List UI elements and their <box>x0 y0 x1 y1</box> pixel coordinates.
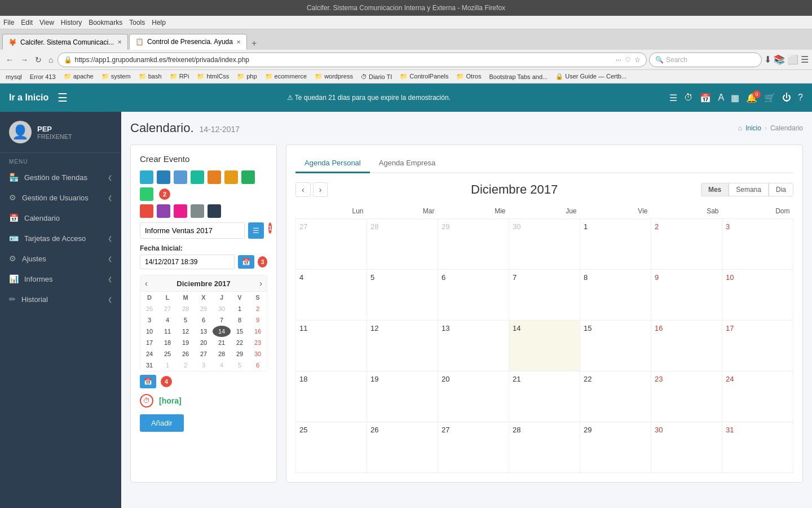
cal-day-cell[interactable]: 4 <box>296 270 367 321</box>
mini-cal-day[interactable]: 2 <box>176 360 195 371</box>
cal-day-cell[interactable]: 9 <box>651 270 722 321</box>
mini-cal-day[interactable]: 26 <box>176 348 195 360</box>
sidebar-item-ajustes[interactable]: ⚙Ajustes ❮ <box>0 248 121 269</box>
mini-cal-day[interactable]: 28 <box>176 303 195 314</box>
mini-cal-day[interactable]: 1 <box>231 303 249 314</box>
color-red[interactable] <box>140 204 153 218</box>
calendar-picker-button[interactable]: 📅 <box>238 255 254 269</box>
back-button[interactable]: ← <box>3 54 16 65</box>
menu-view[interactable]: View <box>39 19 54 27</box>
mini-cal-day[interactable]: 5 <box>176 314 195 326</box>
heart-icon[interactable]: ♡ <box>625 56 631 64</box>
cal-next-button[interactable]: › <box>313 182 328 197</box>
mini-cal-day[interactable]: 3 <box>195 360 213 371</box>
cal-day-cell[interactable]: 28 <box>367 219 438 270</box>
view-semana[interactable]: Semana <box>729 183 769 196</box>
bookmark-php[interactable]: 📁 php <box>235 72 259 81</box>
add-event-button[interactable]: Añadir <box>140 414 184 432</box>
home-link[interactable]: Ir a Inicio <box>9 93 48 103</box>
cal-day-cell[interactable]: 28 <box>509 422 580 473</box>
mini-cal-day[interactable]: 13 <box>195 326 213 337</box>
layout-icon[interactable]: ⬜ <box>787 54 798 65</box>
cal-day-cell[interactable]: 16 <box>651 321 722 371</box>
help-icon[interactable]: ? <box>798 93 803 103</box>
bookmark-mysql[interactable]: mysql <box>3 73 24 81</box>
mini-cal-day[interactable]: 25 <box>158 348 176 360</box>
bookmark-error413[interactable]: Error 413 <box>28 73 58 81</box>
mini-cal-day[interactable]: 27 <box>195 348 213 360</box>
sidebar-item-calendario[interactable]: 📅Calendario <box>0 208 121 228</box>
bookmark-control-panels[interactable]: 📁 ControlPanels <box>398 72 451 81</box>
tab-agenda-empresa[interactable]: Agenda Empresa <box>370 154 444 173</box>
bookmark-apache[interactable]: 📁 apache <box>61 72 96 81</box>
mini-cal-day[interactable]: 14 <box>213 326 231 337</box>
tab-close-1[interactable]: ✕ <box>117 39 122 45</box>
color-yellow[interactable] <box>224 170 238 184</box>
cal-day-cell[interactable]: 5 <box>367 270 438 321</box>
cal-day-cell[interactable]: 18 <box>296 371 367 422</box>
step4-calendar-button[interactable]: 📅 <box>140 375 156 388</box>
mini-cal-day[interactable]: 11 <box>158 326 176 337</box>
download-icon[interactable]: ⬇ <box>764 54 771 65</box>
mini-cal-day[interactable]: 10 <box>140 326 158 337</box>
home-button[interactable]: ⌂ <box>46 54 55 65</box>
bell-icon[interactable]: 🔔0 <box>746 93 757 103</box>
bookmark-system[interactable]: 📁 system <box>99 72 133 81</box>
bookmark-rpi[interactable]: 📁 RPi <box>167 72 192 81</box>
calendar-top-icon[interactable]: 📅 <box>700 93 711 103</box>
breadcrumb-home[interactable]: Inicio <box>745 124 761 132</box>
mini-cal-day[interactable]: 12 <box>176 326 195 337</box>
mini-cal-day[interactable]: 27 <box>158 303 176 314</box>
mini-cal-day[interactable]: 2 <box>249 303 267 314</box>
cart-icon[interactable]: 🛒 <box>764 93 775 103</box>
bookmark-wordpress[interactable]: 📁 wordpress <box>312 72 355 81</box>
cal-day-cell[interactable]: 27 <box>438 422 509 473</box>
cal-day-cell[interactable]: 6 <box>438 270 509 321</box>
mini-cal-day[interactable]: 6 <box>249 360 267 371</box>
date-input[interactable] <box>140 255 235 269</box>
cal-prev-button[interactable]: ‹ <box>295 182 311 197</box>
font-icon[interactable]: A <box>718 93 724 103</box>
mini-cal-day[interactable]: 17 <box>140 337 158 348</box>
mini-cal-day[interactable]: 30 <box>213 303 231 314</box>
cal-day-cell[interactable]: 25 <box>296 422 367 473</box>
url-bar[interactable]: 🔒 https://app1.grupodunamkd.es/freixenet… <box>58 52 647 67</box>
reload-button[interactable]: ↻ <box>33 54 44 65</box>
mini-cal-day[interactable]: 8 <box>231 314 249 326</box>
cal-day-cell[interactable]: 23 <box>651 371 722 422</box>
mini-cal-day[interactable]: 29 <box>195 303 213 314</box>
view-dia[interactable]: Dia <box>769 183 793 196</box>
mini-cal-day[interactable]: 9 <box>249 314 267 326</box>
mini-cal-day[interactable]: 7 <box>213 314 231 326</box>
cal-day-cell[interactable]: 15 <box>580 321 651 371</box>
cal-day-cell[interactable]: 20 <box>438 371 509 422</box>
mini-cal-next[interactable]: › <box>259 279 262 288</box>
cal-day-cell[interactable]: 13 <box>438 321 509 371</box>
bookmark-ecommerce[interactable]: 📁 ecommerce <box>263 72 310 81</box>
bookmark-diario-ti[interactable]: ⏱ Diario TI <box>359 73 394 81</box>
menu-tools[interactable]: Tools <box>129 19 145 27</box>
color-green[interactable] <box>241 170 255 184</box>
cal-day-cell[interactable]: 24 <box>722 371 793 422</box>
cal-day-cell[interactable]: 8 <box>580 270 651 321</box>
menu-help[interactable]: Help <box>152 19 166 27</box>
color-blue[interactable] <box>157 170 170 184</box>
color-lime[interactable] <box>140 187 153 201</box>
color-cyan[interactable] <box>140 170 153 184</box>
cal-day-cell[interactable]: 7 <box>509 270 580 321</box>
mini-cal-prev[interactable]: ‹ <box>145 279 148 288</box>
cal-day-cell[interactable]: 22 <box>580 371 651 422</box>
list-icon[interactable]: ☰ <box>669 93 677 103</box>
sidebar-item-historial[interactable]: ✏Historial ❮ <box>0 289 121 309</box>
tab-control-presencia[interactable]: 📋 Control de Presencia. Ayuda ✕ <box>129 34 247 50</box>
cal-day-cell[interactable]: 10 <box>722 270 793 321</box>
cal-day-cell[interactable]: 12 <box>367 321 438 371</box>
color-teal[interactable] <box>191 170 204 184</box>
menu-edit[interactable]: Edit <box>21 19 33 27</box>
bookmarks-icon[interactable]: 📚 <box>774 54 785 65</box>
cal-day-cell[interactable]: 19 <box>367 371 438 422</box>
bookmark-otros[interactable]: 📁 Otros <box>454 72 483 81</box>
mini-cal-day[interactable]: 4 <box>213 360 231 371</box>
bookmark-bootstrap[interactable]: Bootstrap Tabs and... <box>487 73 550 81</box>
power-icon[interactable]: ⏻ <box>782 93 791 103</box>
